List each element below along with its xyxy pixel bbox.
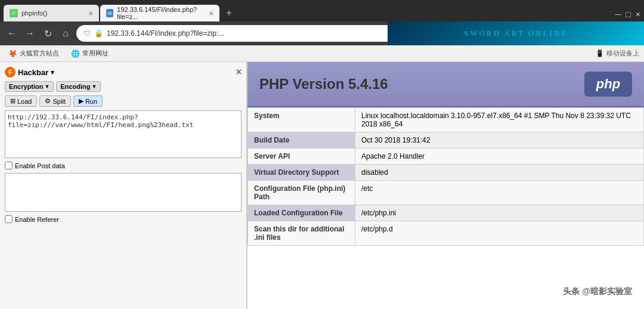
table-cell-value: Oct 30 2018 19:31:42 [355,132,644,149]
hackbar-panel: F Hackbar ▾ × Encryption ▼ Encoding ▼ [0,62,247,309]
reload-button[interactable]: ↻ [41,26,55,41]
hackbar-title-text: Hackbar [18,68,48,77]
mobile-sync-label: 移动设备上 [606,49,639,58]
enable-referer-checkbox[interactable] [5,215,13,223]
split-label: Split [52,98,65,105]
tab-active[interactable]: W 192.33.6.145/FI/index.php?file=z... × [100,5,219,21]
php-logo: php [584,72,632,97]
back-button[interactable]: ← [5,26,19,41]
table-cell-key: Virtual Directory Support [248,165,355,181]
browser-window: P phpinfo() × W 192.33.6.145/FI/index.ph… [0,0,644,309]
table-row: Loaded Configuration File/etc/php.ini [248,205,644,221]
table-cell-value: /etc/php.ini [355,205,644,221]
bookmarks-bar: 🦊 火狐官方站点 🌐 常用网址 📱 移动设备上 [0,45,644,62]
hackbar-caret[interactable]: ▾ [51,69,54,76]
security-icon: 🛡 [83,29,91,38]
load-label: Load [17,98,32,105]
table-row: Server APIApache 2.0 Handler [248,149,644,165]
hackbar-header: F Hackbar ▾ × [5,67,242,78]
enable-post-label[interactable]: Enable Post data [15,162,65,169]
bookmark-common[interactable]: 🌐 常用网址 [67,48,112,59]
table-cell-key: Loaded Configuration File [248,205,355,221]
split-button[interactable]: ⚙ Split [39,95,70,107]
table-row: Build DateOct 30 2018 19:31:42 [248,132,644,149]
mobile-sync-icon[interactable]: 📱 [596,50,604,57]
tab-active-close[interactable]: × [209,9,213,18]
load-icon: ⊞ [10,97,16,105]
anime-text: SWORD ART ONLINE [464,29,568,38]
table-cell-value: /etc/php.d [355,221,644,246]
table-cell-key: Scan this dir for additional .ini files [248,221,355,246]
table-cell-key: Build Date [248,132,355,149]
new-tab-button[interactable]: + [221,5,237,21]
post-data-input[interactable] [5,173,242,212]
encoding-dropdown[interactable]: Encoding ▼ [56,81,101,92]
tab-phpinfo-title: phpinfo() [21,10,47,17]
anime-decoration: SWORD ART ONLINE [388,21,644,45]
tab-phpinfo[interactable]: P phpinfo() × [4,5,99,21]
table-cell-value: Linux localhost.localdomain 3.10.0-957.e… [355,108,644,132]
hackbar-title: F Hackbar ▾ [5,67,54,78]
phpinfo-panel: PHP Version 5.4.16 php SystemLinux local… [247,62,644,309]
phpinfo-table: SystemLinux localhost.localdomain 3.10.0… [247,107,644,246]
encryption-label: Encryption [9,83,43,90]
hackbar-toolbar: Encryption ▼ Encoding ▼ [5,81,242,92]
watermark: 头条 @暗影实验室 [563,286,632,297]
tab-active-favicon: W [106,9,113,17]
home-button[interactable]: ⌂ [58,26,73,41]
run-button[interactable]: ▶ Run [73,95,103,107]
lock-icon: 🔒 [94,29,103,38]
tab-phpinfo-close[interactable]: × [88,9,93,18]
table-cell-value: Apache 2.0 Handler [355,149,644,165]
table-cell-value: /etc [355,181,644,205]
bookmark-common-label: 常用网址 [82,49,109,58]
bookmark-common-icon: 🌐 [71,50,80,58]
encryption-arrow: ▼ [44,84,49,89]
enable-post-row: Enable Post data [5,162,242,169]
load-button[interactable]: ⊞ Load [5,95,37,107]
encryption-dropdown[interactable]: Encryption ▼ [5,81,54,92]
main-content: F Hackbar ▾ × Encryption ▼ Encoding ▼ [0,62,644,309]
bookmark-firefox-icon: 🦊 [8,50,17,58]
run-icon: ▶ [79,97,83,105]
address-bar: ← → ↻ ⌂ 🛡 🔒 192.33.6.144/FI/index.php?fi… [0,21,644,45]
run-label: Run [85,98,97,105]
table-row: SystemLinux localhost.localdomain 3.10.0… [248,108,644,132]
php-header: PHP Version 5.4.16 php [247,62,644,107]
enable-referer-row: Enable Referer [5,215,242,223]
table-row: Scan this dir for additional .ini files/… [248,221,644,246]
php-logo-text: php [596,76,620,92]
window-close-btn[interactable]: × [636,10,640,19]
table-cell-value: disabled [355,165,644,181]
table-row: Configuration File (php.ini) Path/etc [248,181,644,205]
tab-phpinfo-favicon: P [10,9,18,17]
action-buttons: ⊞ Load ⚙ Split ▶ Run [5,95,242,107]
hackbar-logo-icon: F [5,67,16,78]
enable-post-checkbox[interactable] [5,162,13,169]
encoding-arrow: ▼ [91,84,97,89]
url-input[interactable] [5,110,242,158]
forward-button[interactable]: → [23,26,37,41]
bookmark-firefox[interactable]: 🦊 火狐官方站点 [5,48,63,59]
tab-bar: P phpinfo() × W 192.33.6.145/FI/index.ph… [0,0,644,21]
tab-active-title: 192.33.6.145/FI/index.php?file=z... [117,6,205,20]
maximize-btn[interactable]: □ [626,10,630,19]
minimize-btn[interactable]: ─ [615,10,621,19]
bookmark-firefox-label: 火狐官方站点 [20,49,59,58]
table-row: Virtual Directory Supportdisabled [248,165,644,181]
table-cell-key: Configuration File (php.ini) Path [248,181,355,205]
encoding-label: Encoding [60,83,90,90]
hackbar-close-button[interactable]: × [236,67,242,78]
php-version: PHP Version 5.4.16 [259,76,388,92]
table-cell-key: Server API [248,149,355,165]
table-cell-key: System [248,108,355,132]
split-icon: ⚙ [45,97,51,105]
enable-referer-label[interactable]: Enable Referer [15,216,59,223]
